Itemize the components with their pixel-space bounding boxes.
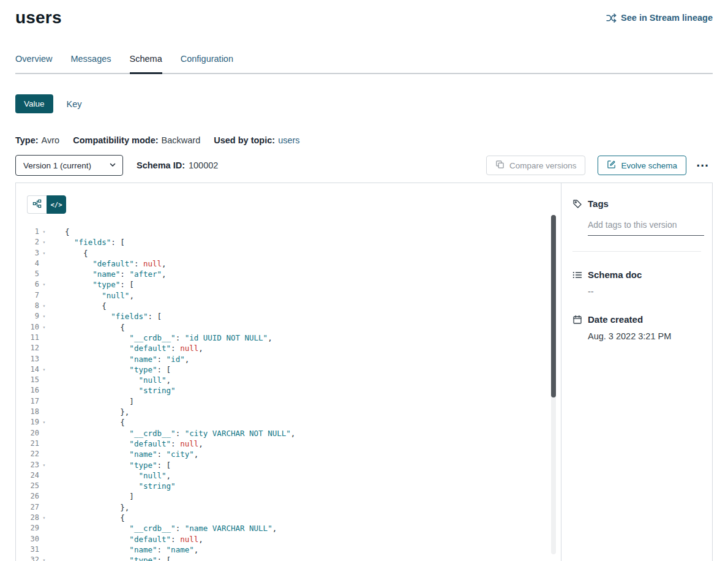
code-lines: 1▾{2▾ "fields": [3▾ {4 "default": null,5… bbox=[16, 227, 561, 561]
line-number: 31 bbox=[16, 544, 39, 555]
fold-toggle-icon[interactable]: ▾ bbox=[39, 279, 49, 290]
code-line: 7 "null", bbox=[16, 290, 561, 301]
version-select[interactable]: Version 1 (current) bbox=[15, 155, 123, 176]
code-text: "default": null, bbox=[65, 258, 167, 269]
version-select-value: Version 1 (current) bbox=[23, 161, 91, 170]
fold-toggle-icon[interactable]: ▾ bbox=[39, 364, 49, 375]
fold-toggle-icon[interactable]: ▾ bbox=[39, 311, 49, 322]
code-text: "null", bbox=[65, 375, 171, 385]
code-text: "name": "after", bbox=[65, 269, 167, 279]
code-text: "default": null, bbox=[65, 343, 203, 353]
code-line: 24 "null", bbox=[16, 470, 561, 481]
fold-spacer bbox=[39, 290, 49, 301]
code-line: 22 "name": "city", bbox=[16, 449, 561, 459]
schema-doc-section: Schema doc -- bbox=[572, 269, 701, 296]
sidebar-divider bbox=[572, 251, 701, 252]
line-number: 13 bbox=[16, 354, 39, 364]
code-line: 27 }, bbox=[16, 502, 561, 513]
fold-spacer bbox=[39, 502, 49, 513]
fold-toggle-icon[interactable]: ▾ bbox=[39, 417, 49, 427]
line-number: 10 bbox=[16, 322, 39, 333]
fold-spacer bbox=[39, 523, 49, 533]
line-number: 27 bbox=[16, 502, 39, 513]
code-text: { bbox=[65, 513, 125, 523]
key-toggle-button[interactable]: Key bbox=[67, 99, 82, 109]
fold-toggle-icon[interactable]: ▾ bbox=[39, 227, 49, 237]
schema-sidebar: Tags Schema doc -- bbox=[561, 183, 712, 561]
schema-card: </> 1▾{2▾ "fields": [3▾ {4 "default": nu… bbox=[15, 183, 713, 561]
fold-toggle-icon[interactable]: ▾ bbox=[39, 460, 49, 470]
evolve-schema-button[interactable]: Evolve schema bbox=[598, 156, 686, 175]
code-text: "default": null, bbox=[65, 439, 203, 449]
line-number: 7 bbox=[16, 290, 39, 301]
topic-link[interactable]: users bbox=[278, 135, 299, 145]
date-created-section: Date created Aug. 3 2022 3:21 PM bbox=[572, 314, 701, 341]
code-line: 2▾ "fields": [ bbox=[16, 237, 561, 247]
line-number: 32 bbox=[16, 555, 39, 561]
value-toggle-button[interactable]: Value bbox=[15, 94, 53, 113]
fold-spacer bbox=[39, 343, 49, 353]
fold-toggle-icon[interactable]: ▾ bbox=[39, 237, 49, 247]
schema-id: Schema ID: 100002 bbox=[137, 160, 218, 170]
line-number: 12 bbox=[16, 343, 39, 353]
line-number: 25 bbox=[16, 481, 39, 491]
page-header: users See in Stream lineage bbox=[15, 6, 713, 29]
tab-schema[interactable]: Schema bbox=[130, 54, 162, 73]
stream-lineage-link[interactable]: See in Stream lineage bbox=[606, 13, 713, 23]
fold-toggle-icon[interactable]: ▾ bbox=[39, 322, 49, 333]
code-text: "type": [ bbox=[65, 555, 171, 561]
line-number: 8 bbox=[16, 301, 39, 311]
compatibility-value: Backward bbox=[162, 135, 201, 145]
code-line: 12 "default": null, bbox=[16, 343, 561, 353]
code-text: "name": "id", bbox=[65, 354, 189, 364]
code-line: 13 "name": "id", bbox=[16, 354, 561, 364]
list-lines-icon bbox=[572, 270, 582, 280]
tab-messages[interactable]: Messages bbox=[70, 54, 111, 73]
fold-spacer bbox=[39, 385, 49, 396]
tags-section: Tags bbox=[572, 198, 701, 236]
code-text: "string" bbox=[65, 385, 176, 396]
date-created-heading: Date created bbox=[572, 314, 701, 325]
evolve-schema-label: Evolve schema bbox=[621, 161, 677, 170]
code-line: 10▾ { bbox=[16, 322, 561, 333]
more-actions-button[interactable]: ⋯ bbox=[692, 158, 713, 173]
line-number: 30 bbox=[16, 534, 39, 544]
fold-toggle-icon[interactable]: ▾ bbox=[39, 248, 49, 258]
editor-scrollbar[interactable] bbox=[551, 215, 556, 554]
fold-toggle-icon[interactable]: ▾ bbox=[39, 555, 49, 561]
code-text: "type": [ bbox=[65, 364, 171, 375]
code-line: 9▾ "fields": [ bbox=[16, 311, 561, 322]
tab-bar: Overview Messages Schema Configuration bbox=[15, 54, 713, 74]
code-line: 30 "default": null, bbox=[16, 534, 561, 544]
line-number: 29 bbox=[16, 523, 39, 533]
line-number: 2 bbox=[16, 237, 39, 247]
line-number: 26 bbox=[16, 491, 39, 502]
tree-view-icon bbox=[32, 199, 42, 210]
compare-versions-button[interactable]: Compare versions bbox=[486, 156, 586, 175]
tab-configuration[interactable]: Configuration bbox=[181, 54, 233, 73]
scrollbar-thumb[interactable] bbox=[551, 215, 556, 397]
meta-compatibility: Compatibility mode: Backward bbox=[73, 135, 200, 145]
code-text: "null", bbox=[65, 470, 171, 481]
code-line: 1▾{ bbox=[16, 227, 561, 237]
schema-doc-title: Schema doc bbox=[588, 269, 642, 280]
schema-editor: </> 1▾{2▾ "fields": [3▾ {4 "default": nu… bbox=[16, 183, 561, 561]
code-text: }, bbox=[65, 407, 129, 417]
code-text: "name": "name", bbox=[65, 544, 198, 555]
tag-icon bbox=[572, 199, 582, 209]
line-number: 24 bbox=[16, 470, 39, 481]
code-text: { bbox=[65, 417, 125, 427]
calendar-icon bbox=[572, 315, 582, 325]
code-line: 21 "default": null, bbox=[16, 439, 561, 449]
code-line: 8▾ { bbox=[16, 301, 561, 311]
schema-meta: Type: Avro Compatibility mode: Backward … bbox=[15, 135, 713, 145]
fold-toggle-icon[interactable]: ▾ bbox=[39, 513, 49, 523]
tab-overview[interactable]: Overview bbox=[15, 54, 52, 73]
code-view-button[interactable]: </> bbox=[47, 195, 66, 214]
code-line: 5 "name": "after", bbox=[16, 269, 561, 279]
tree-view-button[interactable] bbox=[27, 195, 47, 214]
fold-toggle-icon[interactable]: ▾ bbox=[39, 301, 49, 311]
code-text: ] bbox=[65, 396, 134, 407]
add-tags-input[interactable] bbox=[588, 219, 704, 236]
fold-spacer bbox=[39, 258, 49, 269]
